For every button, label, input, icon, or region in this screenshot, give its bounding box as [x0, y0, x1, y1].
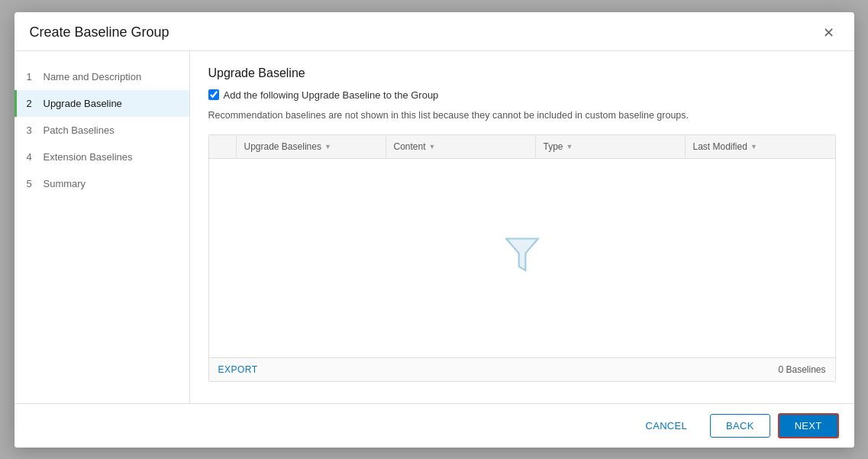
th-content[interactable]: Content ▼: [386, 135, 536, 158]
cancel-button[interactable]: CANCEL: [630, 415, 702, 437]
th-arrow-last-modified: ▼: [750, 143, 757, 150]
sidebar-item-extension-baselines[interactable]: 4 Extension Baselines: [15, 144, 189, 170]
step-num-5: 5: [27, 178, 37, 189]
step-num-4: 4: [27, 151, 37, 163]
th-arrow-type: ▼: [566, 143, 573, 150]
modal-footer: CANCEL BACK NEXT: [15, 403, 854, 448]
next-button[interactable]: NEXT: [778, 413, 839, 438]
content-area: Upgrade Baseline Add the following Upgra…: [190, 51, 854, 403]
modal-backdrop: Create Baseline Group ✕ 1 Name and Descr…: [0, 0, 868, 459]
sidebar-item-name-description[interactable]: 1 Name and Description: [15, 63, 189, 90]
modal-body: 1 Name and Description 2 Upgrade Baselin…: [15, 51, 854, 403]
th-type[interactable]: Type ▼: [536, 135, 686, 158]
sidebar-item-label-3: Patch Baselines: [44, 124, 115, 136]
sidebar-item-label-4: Extension Baselines: [44, 151, 133, 163]
step-num-3: 3: [27, 124, 37, 136]
export-link[interactable]: EXPORT: [218, 364, 258, 375]
sidebar-item-label-1: Name and Description: [44, 71, 142, 82]
checkbox-label: Add the following Upgrade Baseline to th…: [224, 89, 439, 101]
sidebar-item-summary[interactable]: 5 Summary: [15, 170, 189, 197]
sidebar-item-upgrade-baseline[interactable]: 2 Upgrade Baseline: [15, 90, 189, 117]
close-button[interactable]: ✕: [818, 24, 839, 41]
upgrade-baselines-table: Upgrade Baselines ▼ Content ▼ Type ▼ L: [208, 134, 836, 382]
table-footer: EXPORT 0 Baselines: [209, 357, 835, 381]
add-upgrade-baseline-checkbox[interactable]: [208, 89, 219, 100]
section-title: Upgrade Baseline: [208, 66, 836, 80]
table-header: Upgrade Baselines ▼ Content ▼ Type ▼ L: [209, 135, 835, 159]
th-checkbox: [209, 135, 237, 158]
table-body-empty: [209, 159, 835, 357]
modal-header: Create Baseline Group ✕: [15, 12, 854, 51]
th-upgrade-baselines[interactable]: Upgrade Baselines ▼: [237, 135, 386, 158]
th-last-modified[interactable]: Last Modified ▼: [686, 135, 835, 158]
th-arrow-content: ▼: [429, 143, 436, 150]
info-text: Recommendation baselines are not shown i…: [208, 108, 836, 123]
checkbox-row: Add the following Upgrade Baseline to th…: [208, 89, 836, 101]
back-button[interactable]: BACK: [710, 414, 770, 438]
sidebar-item-label-2: Upgrade Baseline: [44, 98, 122, 109]
step-num-1: 1: [27, 71, 37, 82]
sidebar-item-patch-baselines[interactable]: 3 Patch Baselines: [15, 117, 189, 144]
filter-empty-icon: [502, 236, 542, 276]
create-baseline-group-modal: Create Baseline Group ✕ 1 Name and Descr…: [15, 12, 854, 448]
sidebar: 1 Name and Description 2 Upgrade Baselin…: [15, 51, 190, 403]
sidebar-item-label-5: Summary: [44, 178, 86, 189]
step-num-2: 2: [27, 98, 37, 109]
baselines-count: 0 Baselines: [778, 364, 825, 375]
modal-title: Create Baseline Group: [30, 24, 169, 40]
th-arrow-upgrade: ▼: [324, 143, 331, 150]
